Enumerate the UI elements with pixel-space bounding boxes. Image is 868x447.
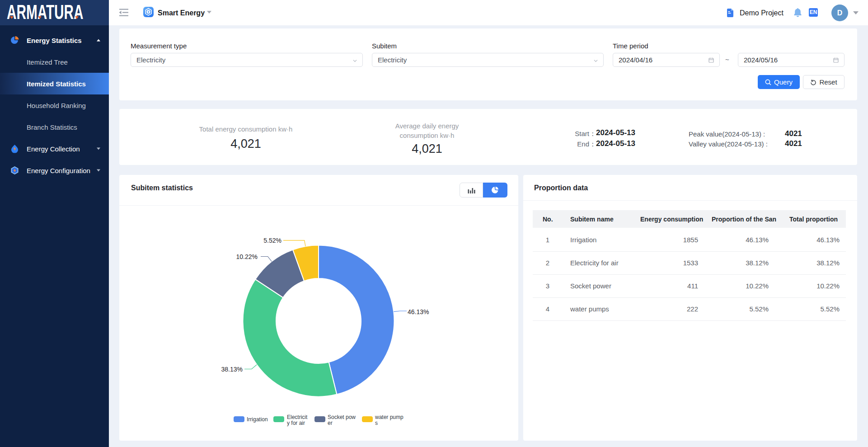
svg-text:er: er: [328, 420, 333, 426]
svg-text:10.22%: 10.22%: [236, 253, 258, 260]
svg-text:46.13%: 46.13%: [408, 308, 429, 315]
svg-text:Electricit: Electricit: [287, 414, 308, 420]
svg-text:water pump: water pump: [375, 414, 404, 420]
svg-text:5.52%: 5.52%: [263, 237, 282, 244]
svg-text:38.13%: 38.13%: [221, 366, 243, 373]
svg-text:y for air: y for air: [287, 420, 305, 426]
svg-text:s: s: [375, 420, 378, 426]
svg-text:Socket pow: Socket pow: [328, 414, 356, 420]
svg-text:Irrigation: Irrigation: [247, 416, 268, 423]
